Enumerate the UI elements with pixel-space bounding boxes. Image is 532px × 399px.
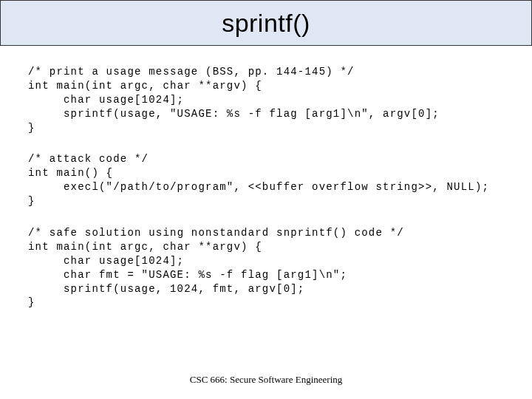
- code-line: int main(int argc, char **argv) {: [28, 79, 504, 93]
- code-block-2: /* attack code */ int main() { execl("/p…: [28, 152, 504, 208]
- title-bar: sprintf(): [0, 0, 532, 46]
- code-block-3: /* safe solution using nonstandard snpri…: [28, 226, 504, 310]
- slide-title: sprintf(): [222, 9, 310, 38]
- code-line: char fmt = "USAGE: %s -f flag [arg1]\n";: [28, 268, 504, 282]
- code-close: }: [28, 194, 504, 208]
- code-line: char usage[1024];: [28, 254, 504, 268]
- code-line: char usage[1024];: [28, 93, 504, 107]
- code-close: }: [28, 121, 504, 135]
- code-line: int main() {: [28, 166, 504, 180]
- code-comment: /* safe solution using nonstandard snpri…: [28, 226, 504, 240]
- footer-text: CSC 666: Secure Software Engineering: [0, 374, 532, 386]
- code-comment: /* attack code */: [28, 152, 504, 166]
- code-line: execl("/path/to/program", <<buffer overf…: [28, 180, 504, 194]
- code-area: /* print a usage message (BSS, pp. 144-1…: [0, 46, 532, 335]
- code-line: sprintf(usage, 1024, fmt, argv[0];: [28, 282, 504, 296]
- code-block-1: /* print a usage message (BSS, pp. 144-1…: [28, 65, 504, 134]
- code-comment: /* print a usage message (BSS, pp. 144-1…: [28, 65, 504, 79]
- code-line: int main(int argc, char **argv) {: [28, 240, 504, 254]
- code-line: sprintf(usage, "USAGE: %s -f flag [arg1]…: [28, 107, 504, 121]
- code-close: }: [28, 296, 504, 310]
